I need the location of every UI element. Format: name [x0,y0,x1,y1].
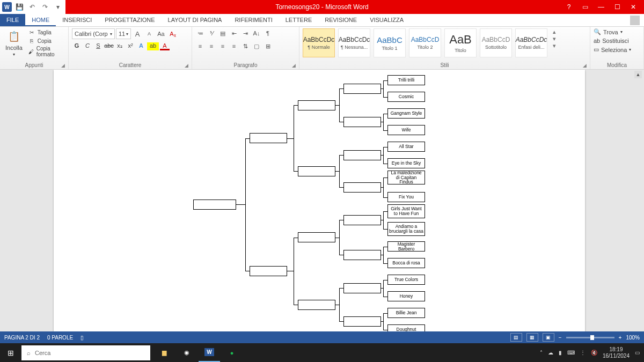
tray-language-icon[interactable]: ⌨ [567,350,575,356]
view-print-button[interactable]: ▦ [526,333,538,342]
close-button[interactable]: ✕ [626,1,641,13]
change-case-button[interactable]: Aa [156,28,166,39]
tab-layout[interactable]: LAYOUT DI PAGINA [162,14,229,26]
redo-button[interactable]: ↷ [40,3,50,11]
style---nessuna---[interactable]: AaBbCcDc¶ Nessuna... [338,28,370,57]
find-button[interactable]: 🔍Trova ▾ [594,28,623,35]
decrease-indent-button[interactable]: ⇤ [229,28,239,38]
bold-button[interactable]: G [72,42,82,50]
document-area[interactable]: ▲ Trilli trilliCosmicGangnam StyleWifeAl… [0,70,644,343]
underline-button[interactable]: S [93,42,103,50]
sort-button[interactable]: A↓ [252,28,261,38]
font-name-select[interactable]: Calibri (Corp▾ [72,28,115,39]
help-button[interactable]: ? [561,1,576,13]
multilevel-button[interactable]: ▤ [218,28,228,38]
page-status[interactable]: PAGINA 2 DI 2 [4,335,40,341]
tray-wifi-icon[interactable]: ⋮ [580,350,586,356]
tab-riferimenti[interactable]: RIFERIMENTI [228,14,279,26]
tab-home[interactable]: HOME [25,14,56,26]
numbering-button[interactable]: ⅟ [207,28,216,38]
text-effects-button[interactable]: A [136,42,146,50]
tab-revisione[interactable]: REVISIONE [318,14,363,26]
app-word[interactable]: W [199,343,220,362]
copy-button[interactable]: ⎘Copia [28,37,65,45]
grow-font-button[interactable]: A [132,28,143,39]
app-chrome[interactable]: ◉ [176,343,197,362]
language-status[interactable]: ▯ [80,335,84,341]
taskbar-search[interactable]: ⌕ Cerca [21,345,150,360]
strike-button[interactable]: abc [104,42,114,50]
justify-button[interactable]: ≡ [229,41,239,51]
tray-network-icon[interactable]: ▮ [559,350,562,356]
view-web-button[interactable]: ▣ [543,333,554,342]
tab-inserisci[interactable]: INSERISCI [56,14,98,26]
styles-more-button[interactable]: ▴▾▾ [551,28,558,49]
select-button[interactable]: ▭Seleziona ▾ [594,46,631,53]
bracket-slot [193,200,236,210]
qat-more[interactable]: ▾ [53,3,63,11]
tray-onedrive-icon[interactable]: ☁ [548,350,553,356]
bullets-button[interactable]: ≔ [195,28,205,38]
superscript-button[interactable]: x² [126,42,135,50]
align-right-button[interactable]: ≡ [218,41,228,51]
font-color-button[interactable]: A [160,42,170,50]
clear-format-button[interactable]: Aᵪ [167,28,178,39]
show-marks-button[interactable]: ¶ [263,28,273,38]
taskbar-clock[interactable]: 18:19 16/11/2024 [603,346,630,359]
line-spacing-button[interactable]: ⇅ [240,41,250,51]
styles-gallery[interactable]: AaBbCcDc¶ NormaleAaBbCcDc¶ Nessuna...AaB… [303,28,587,62]
tray-notifications-icon[interactable]: ▭ [635,350,640,356]
undo-button[interactable]: ↶ [27,3,38,11]
minimize-button[interactable]: — [594,1,609,13]
zoom-in-button[interactable]: + [619,335,622,341]
tab-progettazione[interactable]: PROGETTAZIONE [98,14,161,26]
italic-button[interactable]: C [83,42,92,50]
word-count[interactable]: 0 PAROLE [47,335,73,341]
zoom-slider[interactable] [566,337,614,338]
tray-volume-icon[interactable]: 🔇 [591,350,597,356]
paste-button[interactable]: 📋 Incolla ▾ [3,28,25,58]
bracket-slot: Andiamo a bruciargli la casa [387,222,425,236]
style-sample: AaBbCcD [411,36,440,43]
tab-file[interactable]: FILE [0,14,25,26]
style-enfasi-deli---[interactable]: AaBbCcDcEnfasi deli... [515,28,547,57]
start-button[interactable]: ⊞ [0,349,21,357]
zoom-level[interactable]: 100% [626,335,640,341]
account-button[interactable] [626,14,644,26]
app-spotify[interactable]: ● [221,343,243,362]
tab-visualizza[interactable]: VISUALIZZA [363,14,410,26]
align-center-button[interactable]: ≡ [207,41,216,51]
highlight-button[interactable]: ab [147,42,159,50]
borders-button[interactable]: ⊞ [263,41,273,51]
style-sottotitolo[interactable]: AaBbCcDSottotitolo [480,28,512,57]
style---normale[interactable]: AaBbCcDc¶ Normale [303,28,335,57]
font-size-select[interactable]: 11▾ [116,28,131,39]
style-titolo-2[interactable]: AaBbCcDTitolo 2 [409,28,441,57]
increase-indent-button[interactable]: ⇥ [240,28,250,38]
align-left-button[interactable]: ≡ [195,41,205,51]
view-read-button[interactable]: ▤ [510,333,522,342]
bracket-slot [298,100,335,110]
replace-button[interactable]: abSostituisci [594,38,629,44]
font-dialog[interactable]: ◢ [185,63,188,68]
style-titolo-1[interactable]: AaBbCTitolo 1 [374,28,406,57]
subscript-button[interactable]: x₂ [115,42,125,50]
paragraph-dialog[interactable]: ◢ [292,63,296,68]
styles-dialog[interactable]: ◢ [583,63,587,68]
ribbon-options-button[interactable]: ▭ [577,1,592,13]
save-button[interactable]: 💾 [14,3,25,11]
style-titolo[interactable]: AaBTitolo [444,28,477,57]
shading-button[interactable]: ▢ [252,41,261,51]
cut-button[interactable]: ✂Taglia [28,28,65,36]
zoom-out-button[interactable]: − [559,335,562,341]
clipboard-dialog[interactable]: ◢ [61,63,65,68]
shrink-font-button[interactable]: A [144,28,155,39]
app-explorer[interactable]: ▆ [153,343,175,362]
tab-lettere[interactable]: LETTERE [279,14,319,26]
scroll-up-button[interactable]: ▲ [634,71,642,78]
maximize-button[interactable]: ☐ [610,1,625,13]
format-painter-button[interactable]: 🖌Copia formato [28,46,65,57]
bracket-slot: Fix You [387,192,425,202]
bracket-slot [298,300,335,310]
tray-chevron[interactable]: ˄ [540,350,543,356]
